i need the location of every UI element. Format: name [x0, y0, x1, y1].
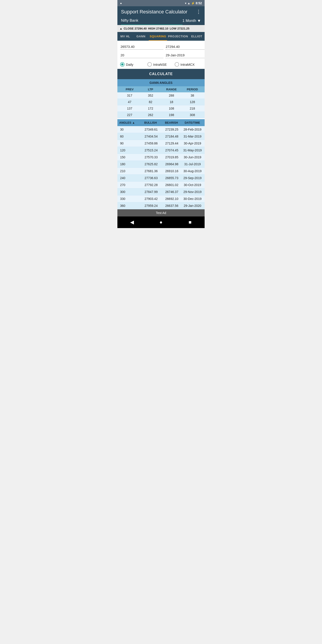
tab-squaring[interactable]: SQUARING	[149, 32, 167, 41]
angles-table-cell: 90	[119, 142, 141, 145]
high-value: 27482.10	[156, 27, 168, 30]
angles-table-cell: 30-Apr-2019	[182, 142, 203, 145]
angles-table-cell: 27959.24	[141, 204, 162, 208]
angles-col-datetime: DATE/TIME	[182, 121, 203, 124]
angles-table-row: 12027515.2427074.4531-May-2019	[118, 147, 204, 154]
app-header: Support Resistance Calculator ⋮	[118, 6, 204, 17]
gann-table-row: 478218128	[118, 99, 204, 105]
angles-table-cell: 180	[119, 162, 141, 166]
angles-table-cell: 26801.02	[162, 183, 182, 187]
close-label: CLOSE	[124, 27, 134, 30]
radio-intramcx-circle	[175, 62, 179, 67]
calculate-button[interactable]: CALCULATE	[118, 69, 204, 79]
gann-table-cell: 218	[182, 107, 203, 110]
angles-table-cell: 150	[119, 156, 141, 159]
angles-table-cell: 27903.42	[141, 197, 162, 200]
angles-table-cell: 27736.63	[141, 176, 162, 180]
angles-table-row: 27027792.2826801.0230-Oct-2019	[118, 182, 204, 188]
tab-projection[interactable]: PROJECTION	[167, 32, 189, 41]
angles-table-cell: 26692.10	[162, 197, 182, 200]
radio-row: Daily IntraNSE IntraMCX	[118, 60, 204, 69]
low-value: 27221.25	[177, 27, 190, 30]
angles-section: ANGLES ▲ BULLISH BEARISH DATE/TIME 30273…	[118, 119, 204, 209]
stock-bar: Nifty Bank 1 Month ▼	[118, 17, 204, 25]
gann-table-cell: 137	[119, 107, 140, 110]
angles-table-cell: 27847.99	[141, 190, 162, 194]
radio-intranse-circle	[147, 62, 152, 67]
tab-gann[interactable]: GANN	[133, 32, 149, 41]
period-selector[interactable]: 1 Month ▼	[182, 18, 201, 25]
gann-table-cell: 38	[182, 94, 203, 97]
angles-table-cell: 26746.37	[162, 190, 182, 194]
angles-table-cell: 29-Jan-2020	[182, 204, 203, 208]
gann-table-cell: 317	[119, 94, 140, 97]
angles-table-cell: 26855.73	[162, 176, 182, 180]
angles-table-cell: 26964.98	[162, 162, 182, 166]
main-content: Daily IntraNSE IntraMCX CALCULATE GANN A…	[118, 41, 204, 216]
gann-table-cell: 352	[140, 94, 161, 97]
nav-recent-button[interactable]: ■	[185, 217, 195, 227]
angles-table-cell: 28-Feb-2019	[182, 128, 203, 131]
gann-table-cell: 108	[161, 107, 182, 110]
angles-table-rows: 3027349.6127239.2528-Feb-20196027404.542…	[118, 126, 204, 209]
nav-back-button[interactable]: ◀	[127, 217, 137, 227]
ltp-input[interactable]	[165, 44, 204, 50]
gann-table-cell: 18	[161, 100, 182, 104]
more-menu-button[interactable]: ⋮	[196, 9, 201, 15]
angles-table-cell: 27792.28	[141, 183, 162, 187]
angles-table-cell: 27349.61	[141, 128, 162, 131]
tab-mvhl[interactable]: MV HL	[118, 32, 133, 41]
date-input[interactable]	[165, 52, 204, 58]
gann-table-cell: 82	[140, 100, 161, 104]
radio-intramcx[interactable]: IntraMCX	[175, 62, 202, 67]
angles-table-cell: 26637.56	[162, 204, 182, 208]
gann-table-cell: 227	[119, 113, 140, 117]
angles-table-cell: 270	[119, 183, 141, 187]
dropdown-arrow-icon: ▼	[197, 18, 201, 23]
angles-table-row: 24027736.6326855.7329-Sep-2019	[118, 175, 204, 182]
radio-intranse-label: IntraNSE	[153, 62, 167, 66]
nav-bar: ◀ ● ■	[118, 216, 204, 228]
gann-angles-rows: 3173522883847821812813717210821822726219…	[118, 92, 204, 118]
status-time: 8:52	[196, 1, 202, 5]
gann-table-row: 137172108218	[118, 105, 204, 112]
angles-table-cell: 27019.85	[162, 156, 182, 159]
nav-home-button[interactable]: ●	[156, 217, 166, 227]
low-label: LOW	[170, 27, 176, 30]
gann-col-ltp: LTP	[140, 88, 161, 91]
ad-banner: Test Ad	[118, 209, 204, 216]
app-title: Support Resistance Calculator	[121, 9, 188, 15]
angles-table-cell: 120	[119, 148, 141, 152]
angles-table-row: 21027681.3626910.1630-Aug-2019	[118, 168, 204, 175]
gann-col-range: RANGE	[161, 88, 182, 91]
angles-table-cell: 31-Jul-2019	[182, 162, 203, 166]
angles-table-row: 30027847.9926746.3729-Nov-2019	[118, 188, 204, 196]
input-row-2	[118, 51, 204, 60]
angles-table-cell: 300	[119, 190, 141, 194]
radio-daily[interactable]: Daily	[120, 62, 147, 67]
angles-col-angles: ANGLES ▲	[119, 121, 140, 124]
low-item: LOW 27221.25	[170, 27, 190, 30]
close-value: 27294.40	[134, 27, 147, 30]
prev-close-input[interactable]	[120, 44, 164, 50]
angles-table-cell: 30-Jun-2019	[182, 156, 203, 159]
wifi-icon: ▾	[185, 2, 186, 5]
period-input[interactable]	[120, 52, 164, 58]
signal-icon: ▲	[188, 2, 190, 5]
radio-intranse[interactable]: IntraNSE	[147, 62, 175, 67]
status-bar: ● ▾ ▲ ⚡ 8:52	[118, 0, 204, 6]
gann-angles-section: GANN ANGLES PREV LTP RANGE PERIOD 317352…	[118, 79, 204, 118]
gann-table-cell: 308	[182, 113, 203, 117]
angles-table-header: ANGLES ▲ BULLISH BEARISH DATE/TIME	[118, 119, 204, 126]
angles-table-cell: 60	[119, 134, 141, 138]
angles-table-cell: 330	[119, 197, 141, 200]
angles-table-row: 9027459.8627129.4430-Apr-2019	[118, 140, 204, 147]
tab-elliot[interactable]: ELLIOT	[189, 32, 204, 41]
angles-table-cell: 30-Aug-2019	[182, 169, 203, 173]
angles-table-cell: 27074.45	[162, 148, 182, 152]
stock-name[interactable]: Nifty Bank	[121, 18, 182, 25]
gann-col-period: PERIOD	[182, 88, 203, 91]
angles-table-cell: 27515.24	[141, 148, 162, 152]
angles-col-bullish: BULLISH	[140, 121, 161, 124]
period-label: 1 Month	[182, 18, 196, 23]
